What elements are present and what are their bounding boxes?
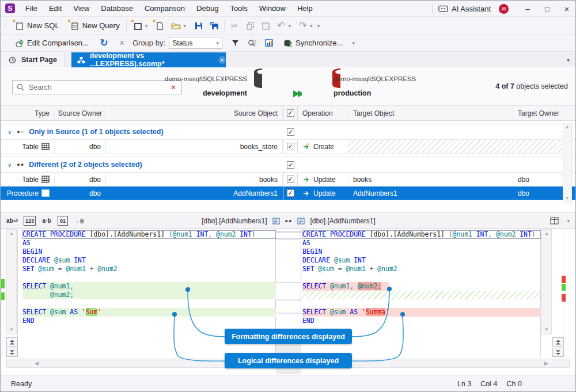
group-row[interactable]: ∨●●Different (2 of 2 objects selected)✓ xyxy=(1,157,576,173)
scroll-down-icon[interactable]: ▼ xyxy=(563,195,571,203)
save-all-icon[interactable] xyxy=(210,21,219,31)
paste-icon[interactable] xyxy=(261,21,271,31)
report-icon[interactable] xyxy=(264,39,274,48)
next-difference-button[interactable] xyxy=(6,348,18,357)
menu-file[interactable]: File xyxy=(20,1,43,17)
target-code-pane[interactable]: CREATE PROCEDURE [dbo].[AddNumbers1] (@n… xyxy=(302,230,541,325)
column-header-select[interactable]: ✓ xyxy=(283,106,298,120)
filter-icon[interactable] xyxy=(230,39,240,48)
diff-options-caret[interactable]: ▾ xyxy=(564,218,572,224)
next-difference-button[interactable] xyxy=(552,348,564,357)
ignore-case-icon[interactable]: ab⏎ xyxy=(6,216,18,226)
new-file-icon[interactable]: * xyxy=(154,21,164,31)
scroll-down-icon[interactable]: ▼ xyxy=(542,326,551,334)
resize-grip[interactable]: ⋰ xyxy=(569,385,575,391)
cell-select[interactable]: ✓ xyxy=(283,187,298,200)
cell-select[interactable]: ✓ xyxy=(283,173,298,186)
close-button[interactable]: × xyxy=(557,1,576,17)
toolbar-overflow-caret[interactable]: ▾ xyxy=(315,23,323,29)
find-object-icon[interactable] xyxy=(247,39,257,48)
refresh-icon[interactable]: ↻ xyxy=(99,39,109,48)
save-icon[interactable] xyxy=(194,21,204,31)
cell-select[interactable]: ✓ xyxy=(283,140,298,153)
open-file-caret[interactable]: ▾ xyxy=(181,23,188,29)
maximize-button[interactable]: □ xyxy=(537,1,557,17)
new-document-caret[interactable]: ▾ xyxy=(143,23,150,29)
new-sql-button[interactable]: * New SQL xyxy=(11,20,63,32)
object-row[interactable]: ProceduredboAddNumbers1✓UpdateAddNumbers… xyxy=(1,187,576,200)
source-database-icon xyxy=(252,74,262,83)
grid-header-row: TypeSource OwnerSource Object✓OperationT… xyxy=(1,106,576,121)
menu-comparison[interactable]: Comparison xyxy=(139,1,191,17)
search-clear-icon[interactable]: ✕ xyxy=(165,83,181,92)
copy-icon[interactable] xyxy=(245,21,255,31)
scroll-up-icon[interactable]: ▲ xyxy=(7,230,16,238)
redo-caret[interactable]: ▾ xyxy=(308,23,315,29)
menu-edit[interactable]: Edit xyxy=(43,1,67,17)
tab-comparison-document[interactable]: development vs ...LEXPRESS).scomp* ✕ xyxy=(71,52,226,67)
scroll-up-icon[interactable]: ▲ xyxy=(542,230,551,238)
cut-icon[interactable]: ✂ xyxy=(230,21,240,31)
scroll-down-icon[interactable]: ▼ xyxy=(7,326,16,334)
cell-source-owner: dbo xyxy=(55,187,106,200)
previous-difference-button[interactable] xyxy=(6,337,18,347)
line-numbers-icon[interactable]: 123 xyxy=(24,216,36,226)
select-all-checkbox[interactable]: ✓ xyxy=(287,109,294,117)
menu-debug[interactable]: Debug xyxy=(191,1,224,17)
scroll-right-icon[interactable]: ▶ xyxy=(544,360,548,366)
previous-difference-button[interactable] xyxy=(552,337,564,347)
ai-assistant-button[interactable]: AI Assistant xyxy=(452,5,491,13)
new-query-button[interactable]: * New Query xyxy=(66,20,123,32)
stop-icon[interactable]: × xyxy=(117,39,127,48)
scroll-left-icon[interactable]: ◀ xyxy=(35,360,39,366)
undo-caret[interactable]: ▾ xyxy=(286,23,294,29)
row-checkbox[interactable]: ✓ xyxy=(287,143,294,150)
group-by-select[interactable]: Status▾ xyxy=(169,37,222,49)
tab-list-caret[interactable]: ▾ xyxy=(567,57,570,63)
synchronize-caret[interactable]: ▾ xyxy=(350,40,357,46)
indent-icon[interactable]: →≣ xyxy=(74,216,84,226)
object-row[interactable]: Tabledbobooks_store✓*Create xyxy=(1,140,576,154)
group-checkbox[interactable]: ✓ xyxy=(287,161,294,169)
group-checkbox[interactable]: ✓ xyxy=(287,128,294,136)
tab-start-page[interactable]: Start Page xyxy=(1,52,65,67)
search-input[interactable] xyxy=(25,83,165,92)
right-vertical-scrollbar[interactable]: ▲ ▼ xyxy=(541,229,552,334)
menu-window[interactable]: Window xyxy=(253,1,291,17)
toolbar-grip[interactable]: ⋮ xyxy=(2,40,7,46)
grid-vertical-scrollbar[interactable]: ▲ ▼ xyxy=(563,123,572,203)
menu-help[interactable]: Help xyxy=(291,1,319,17)
chevron-down-icon[interactable]: ∨ xyxy=(7,162,12,168)
menu-view[interactable]: View xyxy=(67,1,95,17)
new-document-icon[interactable]: * xyxy=(133,21,143,31)
object-row[interactable]: Tabledbobooks✓Updatebooksdbo xyxy=(1,173,576,187)
left-vertical-scrollbar[interactable]: ▲ ▼ xyxy=(6,229,17,334)
toolbar-grip[interactable]: ⋮ xyxy=(2,22,7,29)
chevron-down-icon[interactable]: ∨ xyxy=(7,129,12,135)
column-header-source-object[interactable]: Source Object xyxy=(106,106,283,120)
column-header-type[interactable]: Type xyxy=(1,106,55,120)
user-avatar-badge[interactable]: JS xyxy=(499,4,509,14)
layout-grid-icon[interactable] xyxy=(550,216,559,226)
undo-icon[interactable]: ↶ xyxy=(276,21,286,31)
close-tab-icon[interactable]: ✕ xyxy=(218,56,226,64)
synchronize-button[interactable]: Synchronize... xyxy=(279,37,346,50)
row-checkbox[interactable]: ✓ xyxy=(287,189,294,197)
column-header-operation[interactable]: Operation xyxy=(298,106,348,120)
column-header-source-owner[interactable]: Source Owner xyxy=(55,106,106,120)
cell-source-owner: dbo xyxy=(55,173,106,186)
column-header-target-object[interactable]: Target Object xyxy=(348,106,513,120)
scroll-up-icon[interactable]: ▲ xyxy=(563,123,571,131)
minimize-button[interactable]: – xyxy=(518,1,537,17)
binary-view-icon[interactable]: 01 xyxy=(58,216,68,226)
menu-tools[interactable]: Tools xyxy=(224,1,253,17)
source-code-pane[interactable]: CREATE PROCEDURE [dbo].[AddNumbers1] (@n… xyxy=(22,230,276,325)
whitespace-icon[interactable]: a·b xyxy=(41,216,52,226)
row-checkbox[interactable]: ✓ xyxy=(287,176,294,183)
redo-icon[interactable]: ↷ xyxy=(298,21,308,31)
open-file-icon[interactable] xyxy=(171,21,181,31)
group-row[interactable]: ∨●○Only in Source (1 of 1 objects select… xyxy=(1,124,576,140)
edit-comparison-button[interactable]: Edit Comparison... xyxy=(11,37,92,50)
menu-database[interactable]: Database xyxy=(95,1,139,17)
column-header-target-owner[interactable]: Target Owner xyxy=(513,106,562,120)
